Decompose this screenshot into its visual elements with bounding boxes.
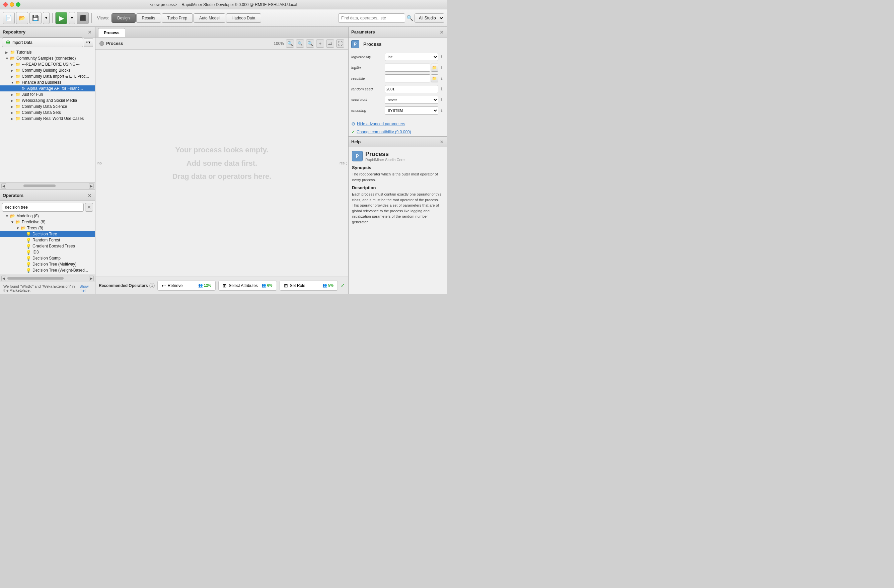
param-select-sendmail[interactable]: never [385,96,438,104]
repo-item-tutorials[interactable]: ▶ 📁 Tutorials [0,49,95,55]
repo-item-readme[interactable]: ▶ 📁 ---READ ME BEFORE USING--- [0,61,95,67]
global-search-input[interactable] [338,14,405,23]
parameters-close[interactable]: ✕ [439,29,444,35]
repo-item-alpha-vantage[interactable]: ⚙ Alpha Vantage API for Financ... [0,85,95,91]
param-file-btn-resultfile[interactable]: 📁 [431,74,438,82]
op-item-decision-stump[interactable]: 💡 Decision Stump [0,255,95,261]
op-item-dt-weightbased[interactable]: 💡 Decision Tree (Weight-Based... [0,267,95,273]
maximize-button[interactable] [16,2,20,7]
import-data-button[interactable]: ⊕ Import Data [2,38,83,47]
param-randomseed: random seed ℹ [351,85,444,93]
repo-item-label: Just for Fun [22,92,43,97]
op-item-modeling[interactable]: ▼ 📂 Modeling (8) [0,213,95,219]
operator-icon: 💡 [26,262,32,266]
ops-scroll-right-button[interactable]: ▶ [89,275,94,281]
param-input-randomseed[interactable] [385,85,438,93]
repo-item-community-samples[interactable]: ▼ 📂 Community Samples (connected) [0,55,95,61]
stop-button[interactable]: ⬛ [77,12,89,24]
help-close[interactable]: ✕ [439,139,444,145]
zoom-fit-button[interactable]: 🔍 [306,39,314,48]
param-info-logfile[interactable]: ℹ [439,65,444,70]
repo-item-justforfun[interactable]: ▶ 📁 Just for Fun [0,91,95,97]
param-info-sendmail[interactable]: ℹ [439,97,444,103]
repo-item-building-blocks[interactable]: ▶ 📁 Community Building Blocks [0,67,95,73]
status-link[interactable]: Show me! [79,284,92,292]
param-label-encoding: encoding [351,109,385,112]
tab-results[interactable]: Results [136,14,161,23]
nav-button[interactable]: ⇄ [326,39,334,48]
select-attributes-icon: ⊞ [223,283,227,288]
zoom-out-button[interactable]: 🔍 [296,39,304,48]
hide-advanced-link[interactable]: ⚙ Hide advanced parameters [351,121,444,127]
repo-item-label: Tutorials [17,50,32,54]
people-icon: 👥 [198,283,203,287]
repo-item-real-world[interactable]: ▶ 📁 Community Real World Use Cases [0,115,95,122]
scroll-left-button[interactable]: ◀ [2,183,6,189]
param-input-resultfile[interactable] [385,74,430,82]
change-compat-link[interactable]: ✓ Change compatibility (9.0.000) [351,129,444,135]
param-select-logverbosity[interactable]: init [385,53,438,61]
operators-search-input[interactable] [2,203,84,212]
op-item-id3[interactable]: 💡 ID3 [0,249,95,255]
param-input-logfile[interactable] [385,63,430,72]
run-dropdown-button[interactable]: ▼ [69,12,76,24]
op-item-random-forest[interactable]: 💡 Random Forest [0,237,95,243]
tab-design[interactable]: Design [112,14,135,23]
ops-scroll-left-button[interactable]: ◀ [2,275,6,281]
save-button[interactable]: 💾 [29,12,42,24]
param-value-logfile: 📁 [385,63,438,72]
process-tab[interactable]: Process [98,28,125,37]
repo-item-webscraping[interactable]: ▶ 📁 Webscraping and Social Media [0,97,95,103]
arrow-icon: ▶ [11,99,15,103]
folder-icon: 📁 [15,110,21,115]
empty-msg-line3: Drag data or operators here. [172,170,272,183]
operator-icon: 💡 [26,232,32,236]
open-button[interactable]: 📂 [16,12,28,24]
repo-item-label: ---READ ME BEFORE USING--- [22,62,80,67]
repository-close[interactable]: ✕ [87,29,92,35]
op-item-label: Decision Stump [32,256,60,260]
main-layout: Repository ✕ ⊕ Import Data ≡▼ ▶ 📁 Tutori… [0,27,447,294]
op-item-trees[interactable]: ▼ 📂 Trees (8) [0,225,95,231]
param-label-randomseed: random seed [351,87,385,91]
recommended-set-role-button[interactable]: ⊞ Set Role 👥 5% [279,281,338,291]
tab-automodel[interactable]: Auto Model [193,14,225,23]
repo-item-data-import[interactable]: ▶ 📁 Community Data Import & ETL Proc... [0,73,95,79]
repo-item-label: Community Samples (connected) [17,56,76,60]
save-dropdown-button[interactable]: ▼ [43,12,50,24]
param-info-resultfile[interactable]: ℹ [439,76,444,81]
fullscreen-button[interactable]: ⛶ [336,39,344,48]
recommended-expand-button[interactable]: ✓ [341,282,345,289]
tab-hadoopdata[interactable]: Hadoop Data [226,14,261,23]
param-info-randomseed[interactable]: ℹ [439,86,444,92]
repo-menu-button[interactable]: ≡▼ [84,38,93,47]
param-select-encoding[interactable]: SYSTEM [385,106,438,115]
repo-item-finance[interactable]: ▼ 📂 Finance and Business [0,79,95,85]
zoom-in-button[interactable]: 🔍 [286,39,294,48]
op-item-gradient-boosted[interactable]: 💡 Gradient Boosted Trees [0,243,95,249]
run-button[interactable]: ▶ [55,12,67,24]
new-process-button[interactable]: 📄 [3,12,15,24]
operators-search-clear[interactable]: ✕ [85,203,93,212]
op-item-predictive[interactable]: ▼ 📂 Predictive (8) [0,219,95,225]
search-scope-select[interactable]: All Studio [415,14,444,23]
repo-item-data-science[interactable]: ▶ 📁 Community Data Science [0,103,95,109]
scroll-right-button[interactable]: ▶ [89,183,94,189]
minimize-button[interactable] [10,2,14,7]
op-item-decision-tree[interactable]: 💡 Decision Tree [0,231,95,237]
help-operator-header: P Process RapidMiner Studio Core [352,151,444,162]
repo-item-label: Alpha Vantage API for Financ... [27,86,83,91]
help-header: Help ✕ [349,137,447,147]
add-port-button[interactable]: + [316,39,324,48]
operator-icon: 💡 [26,268,32,272]
close-button[interactable] [3,2,8,7]
tab-turboprep[interactable]: Turbo Prep [162,14,193,23]
repo-item-data-sets[interactable]: ▶ 📁 Community Data Sets [0,109,95,115]
operators-close[interactable]: ✕ [87,193,92,198]
param-info-logverbosity[interactable]: ℹ [439,54,444,60]
param-info-encoding[interactable]: ℹ [439,108,444,113]
param-file-btn-logfile[interactable]: 📁 [431,63,438,72]
recommended-retrieve-button[interactable]: ↩ Retrieve 👥 12% [157,281,216,291]
op-item-dt-multiway[interactable]: 💡 Decision Tree (Multiway) [0,261,95,267]
recommended-select-attributes-button[interactable]: ⊞ Select Attributes 👥 6% [218,281,276,291]
